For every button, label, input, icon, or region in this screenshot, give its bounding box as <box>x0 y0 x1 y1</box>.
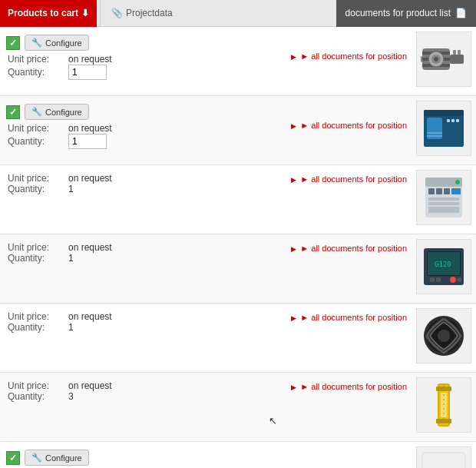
unit-price-label: Unit price: <box>8 123 65 134</box>
project-label: Projectdata <box>126 8 173 18</box>
product-list: 🔧 Configure Unit price: on request Quant… <box>0 27 476 468</box>
product-row: Unit price: on request Quantity: 1 ► all… <box>0 234 476 304</box>
product-image: G120 <box>416 239 471 294</box>
docs-label: documents for product list <box>345 8 451 18</box>
quantity-label: Quantity: <box>8 391 65 402</box>
unit-price-label: Unit price: <box>8 311 65 322</box>
product-checkbox[interactable] <box>6 105 20 119</box>
docs-text[interactable]: all documents for position <box>311 313 407 322</box>
quantity-label: Quantity: <box>8 322 65 333</box>
unit-price-label: Unit price: <box>8 380 65 391</box>
quantity-value: 1 <box>68 184 74 194</box>
unit-price-label: Unit price: <box>8 173 65 184</box>
quantity-value: 3 <box>68 391 74 402</box>
product-checkbox[interactable] <box>6 451 20 465</box>
svg-point-30 <box>455 180 460 184</box>
product-row-header: 🔧 Configure <box>6 450 470 466</box>
unit-price-label: Unit price: <box>8 54 65 65</box>
docs-link[interactable]: ► all documents for position <box>291 121 407 130</box>
quantity-row: Quantity: 3 <box>6 391 470 402</box>
svg-rect-9 <box>458 50 461 55</box>
docs-text[interactable]: all documents for position <box>311 51 407 61</box>
docs-icon: 📄 <box>455 8 467 18</box>
wrench-icon: 🔧 <box>31 453 42 463</box>
quantity-label: Quantity: <box>8 67 65 78</box>
configure-button[interactable]: 🔧 Configure <box>25 35 89 51</box>
arrow-icon: ► <box>300 382 309 391</box>
product-row: Unit price: on request Quantity: 3 ► all… <box>0 373 476 442</box>
docs-text[interactable]: all documents for position <box>311 174 407 184</box>
docs-link[interactable]: ► all documents for position <box>291 51 407 61</box>
svg-text:G120: G120 <box>435 261 451 268</box>
unit-price-value: on request <box>68 380 112 391</box>
svg-point-38 <box>457 277 461 282</box>
quantity-input[interactable] <box>68 65 107 80</box>
svg-rect-23 <box>428 188 435 194</box>
configure-label: Configure <box>45 108 82 117</box>
quantity-value: 1 <box>68 322 74 333</box>
svg-rect-35 <box>430 277 435 282</box>
docs-text[interactable]: all documents for position <box>311 121 407 130</box>
docs-for-product-list-button[interactable]: documents for product list 📄 <box>336 0 476 27</box>
configure-button[interactable]: 🔧 Configure <box>25 450 89 466</box>
project-data-link[interactable]: 📎 Projectdata <box>104 8 180 18</box>
docs-text[interactable]: all documents for position <box>311 382 407 391</box>
product-checkbox[interactable] <box>6 36 20 50</box>
docs-link[interactable]: ► all documents for position <box>291 244 407 253</box>
arrow-icon: ► <box>300 313 309 322</box>
product-row: 🔧 Configure Unit price: on request Quant… <box>0 27 476 96</box>
product-row: Unit price: on request Quantity: 1 ► all… <box>0 304 476 373</box>
product-image <box>416 32 471 87</box>
svg-point-41 <box>438 330 450 342</box>
configure-label: Configure <box>45 38 82 48</box>
unit-price-value: on request <box>68 311 112 322</box>
separator <box>100 0 101 27</box>
product-image <box>416 308 471 363</box>
quantity-row: Quantity: 1 <box>6 253 470 264</box>
svg-rect-29 <box>428 207 459 213</box>
unit-price-value: on request <box>68 123 112 134</box>
docs-link[interactable]: ► all documents for position <box>291 313 407 322</box>
product-image <box>416 377 471 433</box>
configure-label: Configure <box>45 453 82 463</box>
docs-link[interactable]: ► all documents for position <box>291 174 407 184</box>
svg-rect-8 <box>453 50 456 55</box>
wrench-icon: 🔧 <box>31 107 42 117</box>
svg-rect-18 <box>456 119 459 122</box>
configure-button[interactable]: 🔧 Configure <box>25 104 89 120</box>
svg-rect-27 <box>428 197 459 201</box>
arrow-icon: ► <box>300 244 309 253</box>
products-to-cart-button[interactable]: Products to cart ⬇ <box>0 0 97 27</box>
unit-price-value: on request <box>68 242 112 253</box>
arrow-icon: ► <box>300 174 309 184</box>
top-bar: Products to cart ⬇ 📎 Projectdata documen… <box>0 0 476 27</box>
svg-rect-15 <box>445 128 461 136</box>
svg-rect-26 <box>451 188 461 194</box>
product-image <box>416 446 471 468</box>
paperclip-icon: 📎 <box>111 8 123 18</box>
quantity-row: Quantity: 1 <box>6 184 470 194</box>
svg-rect-36 <box>436 277 441 282</box>
docs-text[interactable]: all documents for position <box>311 244 407 253</box>
quantity-row: Quantity: <box>6 134 470 149</box>
docs-link[interactable]: ► all documents for position <box>291 382 407 391</box>
arrow-icon: ► <box>300 121 309 130</box>
quantity-row: Quantity: <box>6 65 470 80</box>
svg-rect-48 <box>422 453 465 468</box>
svg-rect-12 <box>424 110 464 116</box>
quantity-input[interactable] <box>68 134 107 149</box>
quantity-value: 1 <box>68 253 74 264</box>
product-row: 🔧 Configure ► all documents for position… <box>0 442 476 468</box>
wrench-icon: 🔧 <box>31 38 42 48</box>
svg-rect-17 <box>451 119 455 122</box>
quantity-row: Quantity: 1 <box>6 322 470 333</box>
svg-rect-7 <box>450 55 464 64</box>
svg-point-37 <box>450 277 456 283</box>
product-row-header: 🔧 Configure <box>6 35 470 51</box>
svg-rect-24 <box>436 188 442 194</box>
quantity-label: Quantity: <box>8 253 65 264</box>
unit-price-value: on request <box>68 173 112 184</box>
svg-rect-10 <box>421 56 422 62</box>
product-row-header: 🔧 Configure <box>6 104 470 120</box>
product-row: Unit price: on request Quantity: 1 ► all… <box>0 165 476 234</box>
